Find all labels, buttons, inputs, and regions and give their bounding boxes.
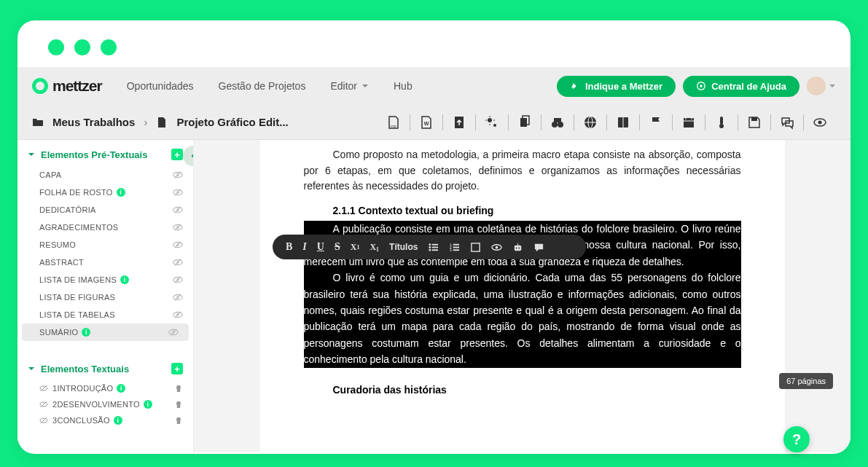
sidebar-item[interactable]: FOLHA DE ROSTOi	[17, 184, 193, 201]
comment-icon[interactable]	[533, 242, 544, 253]
visibility-toggle-icon[interactable]	[168, 327, 179, 337]
sidebar-item[interactable]: 2 DESENVOLVIMENTOi	[17, 396, 193, 412]
bold-button[interactable]: B	[286, 241, 292, 253]
unknown-square-icon[interactable]	[470, 242, 481, 253]
nav-link-hub[interactable]: Hub	[394, 80, 413, 92]
sidebar-item[interactable]: 1 INTRODUÇÃOi	[17, 380, 193, 396]
info-icon[interactable]: i	[117, 188, 125, 197]
sidebar-item-label: CONCLUSÃO	[57, 416, 109, 425]
visibility-toggle-icon[interactable]	[173, 187, 183, 197]
sidebar-item[interactable]: RESUMO	[17, 236, 193, 254]
visibility-toggle-icon[interactable]	[173, 257, 183, 267]
text-format-toolbar: B I U S X1 X1 Títulos 123	[273, 235, 586, 259]
heading-briefing[interactable]: 2.1.1 Contexto textual ou briefing	[333, 205, 741, 216]
upload-icon[interactable]	[452, 115, 466, 130]
sidebar-item-label: INTRODUÇÃO	[57, 384, 113, 393]
calendar-icon[interactable]	[681, 115, 696, 130]
trash-icon[interactable]	[174, 384, 183, 393]
brand-logo[interactable]: mettzer	[32, 77, 102, 95]
sidebar-item[interactable]: AGRADECIMENTOS	[17, 219, 193, 236]
visibility-eye-icon[interactable]	[39, 416, 48, 425]
breadcrumb-root[interactable]: Meus Trabalhos	[52, 116, 135, 128]
sidebar-item-label: LISTA DE TABELAS	[39, 310, 115, 319]
strikethrough-button[interactable]: S	[335, 241, 340, 253]
add-pretextual-button[interactable]: +	[171, 149, 183, 160]
book-icon[interactable]	[616, 115, 630, 130]
sidebar-item[interactable]: DEDICATÓRIA	[17, 201, 193, 219]
document-area[interactable]: Como proposto na metodologia, a primeira…	[194, 140, 851, 452]
visibility-toggle-icon[interactable]	[173, 240, 183, 250]
svg-rect-44	[432, 243, 438, 245]
visibility-toggle-icon[interactable]	[173, 170, 183, 180]
eye-oval-icon[interactable]	[491, 242, 502, 253]
binoculars-icon[interactable]	[550, 115, 565, 130]
info-icon[interactable]: i	[144, 400, 152, 409]
settings-icon[interactable]	[485, 115, 499, 130]
word-export-icon[interactable]: W	[419, 115, 434, 130]
sidebar-item[interactable]: LISTA DE IMAGENSi	[17, 271, 193, 289]
chevron-down-icon	[28, 151, 35, 158]
sidebar-item[interactable]: SUMÁRIOi	[22, 323, 189, 341]
svg-point-45	[429, 246, 431, 248]
sidebar-item-label: ABSTRACT	[39, 258, 84, 267]
info-icon[interactable]: i	[114, 416, 122, 425]
indique-button[interactable]: Indique a Mettzer	[557, 76, 676, 97]
trash-icon[interactable]	[174, 400, 183, 409]
info-icon[interactable]: i	[120, 275, 129, 284]
user-menu[interactable]	[807, 76, 836, 95]
italic-button[interactable]: I	[302, 241, 306, 253]
nav-link-gestao[interactable]: Gestão de Projetos	[219, 80, 306, 92]
help-fab-button[interactable]: ?	[783, 426, 810, 452]
svg-rect-54	[453, 249, 459, 251]
nav-link-oportunidades[interactable]: Oportunidades	[127, 80, 194, 92]
window-dot[interactable]	[48, 39, 64, 55]
visibility-toggle-icon[interactable]	[173, 292, 183, 302]
save-icon[interactable]	[747, 115, 762, 130]
visibility-toggle-icon[interactable]	[173, 275, 183, 285]
bullet-list-icon[interactable]	[428, 242, 439, 253]
sidebar-section-textuais[interactable]: Elementos Textuais +	[17, 354, 193, 380]
heading-curadoria[interactable]: Curadoria das histórias	[333, 384, 741, 396]
sidebar-item-label: AGRADECIMENTOS	[39, 223, 119, 232]
subscript-button[interactable]: X1	[370, 242, 379, 253]
sidebar-item[interactable]: CAPA	[17, 166, 193, 184]
info-icon[interactable]: i	[82, 328, 90, 337]
sidebar-item[interactable]: LISTA DE FIGURAS	[17, 289, 193, 306]
globe-icon[interactable]	[583, 115, 598, 130]
visibility-toggle-icon[interactable]	[173, 310, 183, 320]
superscript-button[interactable]: X1	[351, 242, 360, 253]
pdf-export-icon[interactable]: PDF	[386, 115, 401, 130]
nav-link-editor[interactable]: Editor	[330, 80, 369, 92]
add-textual-button[interactable]: +	[171, 363, 183, 374]
flag-icon[interactable]	[649, 115, 663, 130]
info-icon[interactable]: i	[117, 384, 125, 393]
visibility-toggle-icon[interactable]	[173, 222, 183, 232]
chat-icon[interactable]	[780, 115, 794, 130]
robot-icon[interactable]	[512, 242, 523, 253]
underline-button[interactable]: U	[317, 241, 324, 253]
sidebar-item[interactable]: LISTA DE TABELAS	[17, 306, 193, 323]
copy-icon[interactable]	[517, 115, 532, 130]
sidebar-item[interactable]: 3 CONCLUSÃOi	[17, 412, 193, 428]
trash-icon[interactable]	[174, 416, 183, 425]
sidebar-section-pretextuais[interactable]: Elementos Pré-Textuais +	[17, 140, 193, 166]
eye-preview-icon[interactable]	[813, 115, 827, 130]
titulos-dropdown[interactable]: Títulos	[389, 242, 418, 252]
sidebar-textual-list: 1 INTRODUÇÃOi2 DESENVOLVIMENTOi3 CONCLUS…	[17, 380, 193, 428]
sidebar-item[interactable]: ABSTRACT	[17, 254, 193, 271]
svg-point-9	[558, 122, 563, 127]
thermometer-icon[interactable]	[714, 115, 729, 130]
svg-rect-55	[472, 243, 480, 251]
numbered-list-icon[interactable]: 123	[449, 242, 460, 253]
document-page[interactable]: Como proposto na metodologia, a primeira…	[260, 140, 785, 452]
window-dot[interactable]	[101, 39, 117, 55]
window-controls	[17, 20, 851, 55]
help-button[interactable]: Central de Ajuda	[683, 76, 799, 97]
selected-paragraph[interactable]: O livro é como um guia e um dicionário. …	[304, 270, 741, 367]
paragraph-intro[interactable]: Como proposto na metodologia, a primeira…	[304, 147, 741, 195]
nav-links: Oportunidades Gestão de Projetos Editor …	[127, 80, 413, 92]
visibility-eye-icon[interactable]	[39, 400, 48, 409]
window-dot[interactable]	[74, 39, 90, 55]
visibility-eye-icon[interactable]	[39, 384, 48, 393]
visibility-toggle-icon[interactable]	[173, 205, 183, 215]
